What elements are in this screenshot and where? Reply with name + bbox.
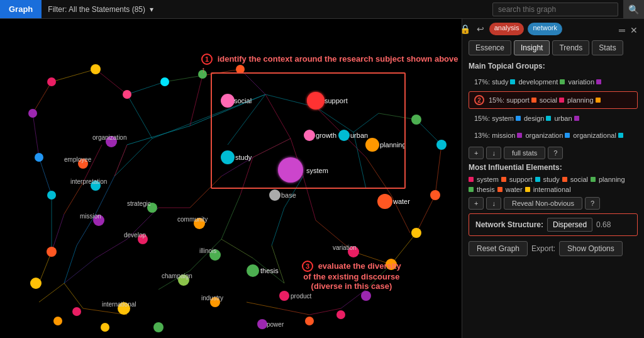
svg-line-46 (435, 145, 441, 195)
influence-action-row: + ↓ Reveal Non-obvious ? (469, 197, 638, 210)
node-extra17[interactable] (386, 259, 397, 270)
node-support[interactable] (307, 92, 325, 110)
node-extra16[interactable] (411, 228, 421, 238)
svg-line-4 (114, 138, 152, 176)
node-extra6[interactable] (47, 77, 56, 86)
node-extra21[interactable] (72, 307, 81, 316)
node-extra23[interactable] (153, 322, 164, 332)
node-extra1[interactable] (123, 90, 131, 99)
dot-extra3 (574, 116, 579, 121)
node-planning[interactable] (365, 138, 379, 152)
node-base[interactable] (269, 189, 280, 201)
svg-line-56 (165, 76, 203, 82)
network-tag[interactable]: network (528, 23, 562, 35)
svg-text:planning: planning (380, 141, 406, 149)
minimize-icon[interactable]: ═ (619, 25, 625, 35)
svg-text:thesis: thesis (260, 267, 279, 274)
svg-text:power: power (267, 321, 284, 328)
node-extra19[interactable] (336, 310, 345, 319)
node-extra14[interactable] (436, 140, 447, 150)
node-water[interactable] (377, 194, 392, 209)
node-system[interactable] (278, 157, 303, 183)
svg-line-44 (379, 113, 416, 120)
svg-text:develop: develop (124, 232, 146, 239)
node-study[interactable] (221, 150, 235, 164)
reveal-non-obvious-btn[interactable]: Reveal Non-obvious (504, 197, 582, 210)
svg-text:base: base (281, 191, 296, 199)
svg-text:product: product (291, 293, 312, 300)
node-extra13[interactable] (411, 115, 421, 125)
node-power[interactable] (257, 319, 267, 329)
svg-text:industry: industry (201, 295, 223, 301)
search-button[interactable]: 🔍 (623, 0, 644, 18)
network-structure-score: 0.68 (596, 220, 611, 229)
node-extra22[interactable] (101, 323, 109, 332)
add-inf-btn[interactable]: + (469, 197, 484, 210)
dot-urban (546, 116, 551, 121)
tab-trends[interactable]: Trends (552, 40, 589, 55)
svg-line-31 (64, 245, 77, 283)
node-extra4[interactable] (236, 65, 245, 74)
svg-text:support: support (325, 97, 348, 104)
full-stats-btn[interactable]: full stats (504, 147, 545, 159)
search-input[interactable] (492, 3, 618, 16)
reset-graph-btn[interactable]: Reset Graph (469, 241, 528, 256)
group-row-1[interactable]: 17%: study development variation (469, 74, 638, 89)
close-icon[interactable]: ✕ (630, 25, 638, 35)
network-structure-value: Dispersed (547, 218, 592, 232)
svg-line-55 (127, 82, 165, 94)
inf-study: study (535, 176, 560, 183)
svg-text:interpretation: interpretation (70, 178, 107, 185)
tab-stats[interactable]: Stats (592, 40, 623, 55)
svg-text:illinois: illinois (199, 247, 216, 254)
node-extra20[interactable] (305, 317, 314, 325)
down-group-btn[interactable]: ↓ (486, 147, 501, 159)
node-urban[interactable] (338, 130, 350, 141)
influential-title: Most Influential Elements: (469, 163, 638, 172)
dot-extra4 (618, 133, 623, 138)
filter-label[interactable]: Filter: All the Statements (85) ▾ (48, 5, 153, 14)
node-extra2[interactable] (160, 77, 169, 86)
node-extra15[interactable] (430, 190, 440, 200)
inf-international: international (525, 186, 571, 193)
tab-essence[interactable]: Essence (469, 40, 511, 55)
svg-line-24 (96, 239, 127, 258)
analysis-tag[interactable]: analysis (489, 23, 525, 35)
node-extra12[interactable] (53, 317, 62, 325)
node-extra11[interactable] (30, 278, 42, 289)
svg-line-47 (416, 195, 435, 233)
node-extra10[interactable] (47, 247, 57, 257)
export-label: Export: (531, 244, 555, 253)
down-inf-btn[interactable]: ↓ (486, 197, 501, 210)
group-row-4[interactable]: 13%: mission organization organizational (469, 128, 638, 143)
svg-text:urban: urban (350, 132, 368, 139)
node-product[interactable] (279, 291, 289, 301)
graph-tab[interactable]: Graph (0, 0, 42, 18)
group-row-3[interactable]: 15%: system design urban (469, 111, 638, 126)
node-extra8[interactable] (35, 153, 43, 162)
dot-social (531, 98, 536, 103)
node-extra3[interactable] (198, 70, 207, 79)
node-extra7[interactable] (28, 109, 37, 118)
svg-text:community: community (177, 216, 208, 223)
svg-line-54 (96, 69, 127, 94)
show-options-btn[interactable]: Show Options (559, 241, 623, 256)
add-group-btn[interactable]: + (469, 147, 484, 159)
svg-line-59 (190, 76, 203, 126)
group-row-2[interactable]: 2 15%: support social planning (469, 91, 638, 109)
node-extra5[interactable] (91, 64, 101, 74)
node-extra9[interactable] (47, 191, 56, 200)
svg-line-35 (272, 208, 284, 245)
node-thesis[interactable] (247, 264, 259, 277)
node-growth[interactable] (304, 130, 315, 141)
lock-icon-btn[interactable]: 🔒 (458, 23, 472, 35)
dot-organization (517, 133, 522, 138)
node-extra18[interactable] (361, 291, 371, 301)
help-group-btn[interactable]: ? (548, 147, 563, 159)
undo-icon-btn[interactable]: ↩ (475, 23, 486, 35)
node-social[interactable] (221, 94, 235, 108)
tab-insight[interactable]: Insight (514, 40, 550, 55)
svg-line-5 (127, 126, 190, 145)
help-inf-btn[interactable]: ? (585, 197, 600, 210)
svg-text:study: study (235, 154, 252, 161)
